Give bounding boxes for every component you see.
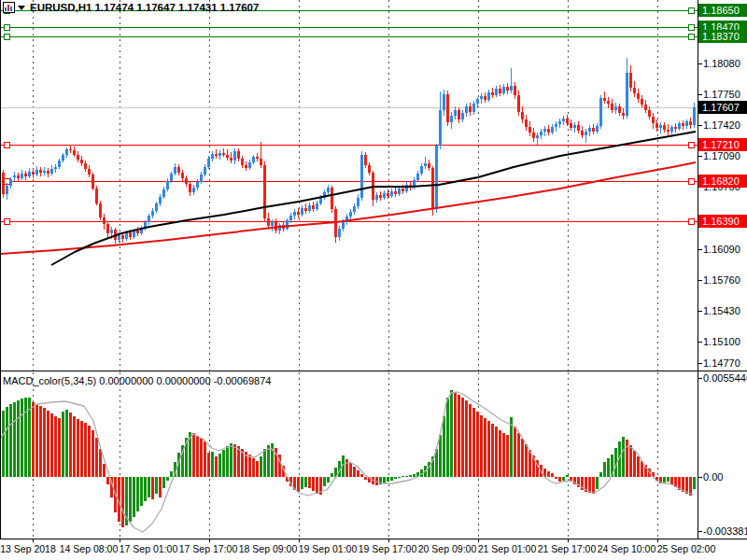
- line-handle: [4, 25, 9, 31]
- svg-text:1.15760: 1.15760: [703, 274, 740, 286]
- line-handle: [688, 143, 694, 148]
- svg-text:1.17420: 1.17420: [703, 119, 740, 131]
- svg-text:-0.0033810: -0.0033810: [703, 525, 747, 537]
- svg-text:19 Sep 01:00: 19 Sep 01:00: [299, 543, 358, 554]
- svg-text:21 Sep 01:00: 21 Sep 01:00: [478, 543, 537, 554]
- svg-text:19 Sep 17:00: 19 Sep 17:00: [359, 543, 417, 554]
- trading-chart-window: 1.180801.177501.174201.170901.167601.160…: [0, 0, 747, 560]
- svg-text:1.15100: 1.15100: [703, 336, 740, 347]
- ohlc-values: 1.17474 1.17647 1.17431 1.17607: [94, 2, 259, 13]
- price-axis: 1.180801.177501.174201.170901.167601.160…: [698, 11, 740, 370]
- line-handle: [4, 219, 9, 225]
- svg-text:1.16090: 1.16090: [703, 244, 740, 255]
- svg-text:1.17607: 1.17607: [702, 102, 740, 113]
- svg-text:21 Sep 17:00: 21 Sep 17:00: [538, 543, 597, 554]
- svg-text:1.18370: 1.18370: [702, 31, 740, 42]
- svg-text:17 Sep 17:00: 17 Sep 17:00: [179, 543, 238, 554]
- svg-text:1.17750: 1.17750: [703, 89, 740, 100]
- svg-text:1.17210: 1.17210: [702, 139, 740, 150]
- svg-text:1.14770: 1.14770: [703, 357, 740, 369]
- svg-text:0.0055446: 0.0055446: [703, 372, 747, 384]
- svg-text:1.16390: 1.16390: [702, 216, 740, 227]
- line-handle: [688, 35, 694, 40]
- svg-text:18 Sep 09:00: 18 Sep 09:00: [239, 543, 298, 554]
- line-handle: [688, 219, 694, 225]
- line-handle: [688, 179, 694, 185]
- chart-icon: [3, 2, 15, 13]
- chart-title-bar: EURUSD,H1 1.17474 1.17647 1.17431 1.1760…: [3, 2, 259, 13]
- svg-text:20 Sep 09:00: 20 Sep 09:00: [418, 543, 477, 554]
- chart-canvas[interactable]: 1.180801.177501.174201.170901.167601.160…: [0, 0, 747, 560]
- svg-text:13 Sep 2018: 13 Sep 2018: [0, 543, 56, 554]
- svg-text:14 Sep 08:00: 14 Sep 08:00: [60, 543, 119, 554]
- svg-text:1.16820: 1.16820: [702, 175, 740, 187]
- svg-text:0.00: 0.00: [703, 471, 723, 483]
- svg-text:1.18650: 1.18650: [702, 5, 740, 16]
- macd-indicator-label: MACD_color(5,34,5) 0.00000000 0.00000000…: [3, 375, 271, 386]
- svg-text:1.18080: 1.18080: [703, 58, 740, 69]
- line-handle: [4, 35, 9, 40]
- symbol-period-label: EURUSD,H1: [30, 2, 92, 13]
- svg-text:1.15430: 1.15430: [703, 305, 740, 316]
- svg-text:1.17090: 1.17090: [703, 150, 740, 161]
- line-handle: [688, 25, 694, 31]
- svg-text:25 Sep 02:00: 25 Sep 02:00: [657, 543, 716, 554]
- svg-text:17 Sep 01:00: 17 Sep 01:00: [120, 543, 178, 554]
- svg-text:24 Sep 10:00: 24 Sep 10:00: [598, 543, 656, 554]
- line-handle: [4, 143, 9, 148]
- chevron-down-icon: [18, 6, 25, 10]
- line-handle: [688, 8, 694, 14]
